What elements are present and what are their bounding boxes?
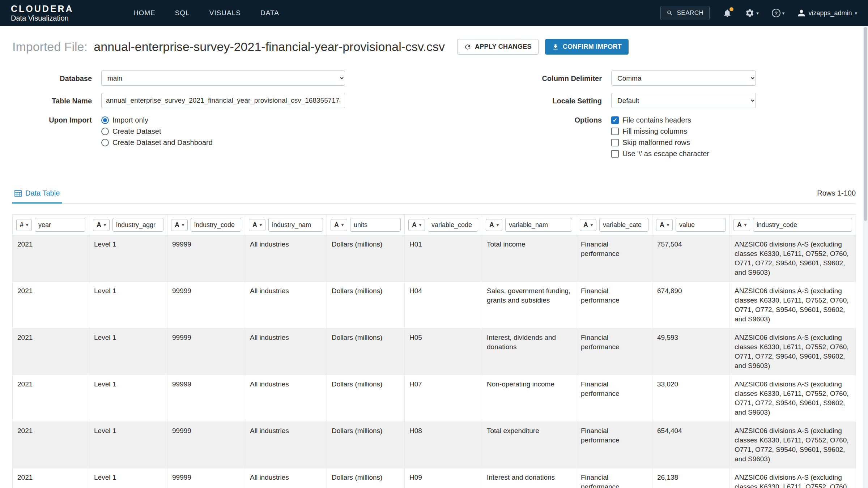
chevron-down-icon: ▾ [182, 222, 184, 227]
column-name-input[interactable] [753, 218, 852, 232]
column-name-input[interactable] [112, 218, 163, 232]
column-delimiter-select[interactable]: Comma [611, 70, 756, 86]
upon-import-label: Upon Import [12, 115, 92, 124]
nav-item-data[interactable]: DATA [260, 9, 279, 17]
column-type-button[interactable]: A ▾ [733, 219, 750, 231]
column-type-button[interactable]: A ▾ [486, 219, 502, 231]
table-cell: Non-operating income [482, 375, 576, 422]
options-label: Options [511, 115, 602, 124]
table-cell: 2021 [13, 282, 89, 329]
apply-changes-button[interactable]: APPLY CHANGES [457, 39, 539, 55]
table-cell: Level 1 [89, 375, 167, 422]
table-cell: 654,404 [652, 422, 730, 468]
column-type-button[interactable]: A ▾ [331, 219, 347, 231]
table-name-input[interactable] [101, 93, 345, 108]
column-header: A ▾ [482, 215, 576, 235]
table-cell: ANZSIC06 divisions A-S (excluding classe… [730, 282, 856, 329]
checkbox-icon [611, 116, 619, 124]
search-button[interactable]: SEARCH [660, 6, 710, 20]
column-header: A ▾ [652, 215, 730, 235]
import-settings-form: Database main Table Name Upon Import Imp… [12, 70, 856, 165]
table-cell: All industries [245, 235, 327, 282]
table-cell: 33,020 [652, 375, 730, 422]
checkbox-escape-character[interactable]: Use '\' as escape character [611, 150, 709, 158]
chevron-down-icon: ▾ [744, 222, 746, 227]
radio-import-only[interactable]: Import only [101, 116, 213, 124]
column-name-input[interactable] [505, 218, 572, 232]
page-title: Imported File: annual-enterprise-survey-… [12, 40, 445, 54]
column-type-button[interactable]: A ▾ [171, 219, 188, 231]
table-cell: Interest and donations [482, 468, 576, 488]
checkbox-fill-missing-columns[interactable]: Fill missing columns [611, 127, 709, 136]
table-cell: 2021 [13, 235, 89, 282]
table-grid-icon [14, 190, 22, 197]
checkbox-skip-malformed-rows[interactable]: Skip malformed rows [611, 138, 709, 147]
radio-create-dataset-dashboard[interactable]: Create Dataset and Dashboard [101, 138, 213, 147]
table-cell: 26,138 [652, 468, 730, 488]
nav-item-visuals[interactable]: VISUALS [209, 9, 241, 17]
table-cell: ANZSIC06 divisions A-S (excluding classe… [730, 468, 856, 488]
column-header: A ▾ [327, 215, 405, 235]
checkbox-icon [611, 128, 619, 135]
tab-data-table-label: Data Table [25, 189, 60, 197]
column-type-button[interactable]: A ▾ [93, 219, 110, 231]
chevron-down-icon: ▾ [260, 222, 262, 227]
column-header: # ▾ [13, 215, 89, 235]
table-row: 2021Level 199999All industriesDollars (m… [13, 468, 856, 488]
table-cell: H08 [405, 422, 482, 468]
table-cell: H07 [405, 375, 482, 422]
download-icon [552, 43, 559, 51]
settings-menu[interactable]: ▾ [745, 8, 759, 18]
chevron-down-icon: ▾ [26, 222, 28, 227]
table-cell: 49,593 [652, 329, 730, 375]
table-cell: Total income [482, 235, 576, 282]
user-menu[interactable]: vizapps_admin ▾ [797, 9, 857, 17]
column-type-button[interactable]: A ▾ [580, 219, 596, 231]
column-name-input[interactable] [599, 218, 648, 232]
column-name-input[interactable] [428, 218, 478, 232]
brand-name: CLOUDERA [11, 4, 74, 14]
column-type-button[interactable]: A ▾ [656, 219, 673, 231]
column-header: A ▾ [89, 215, 167, 235]
column-name-input[interactable] [676, 218, 726, 232]
table-cell: 99999 [167, 468, 245, 488]
database-select[interactable]: main [101, 70, 345, 86]
search-button-label: SEARCH [677, 9, 703, 17]
notifications-button[interactable] [723, 8, 732, 18]
column-name-input[interactable] [268, 218, 323, 232]
confirm-import-button[interactable]: CONFIRM IMPORT [545, 39, 629, 55]
brand-subtitle: Data Visualization [11, 14, 74, 22]
table-cell: ANZSIC06 divisions A-S (excluding classe… [730, 329, 856, 375]
top-navbar: CLOUDERA Data Visualization HOME SQL VIS… [0, 0, 868, 26]
column-header: A ▾ [245, 215, 327, 235]
column-type-button[interactable]: # ▾ [16, 219, 32, 231]
table-cell: All industries [245, 422, 327, 468]
help-menu[interactable]: ? ▾ [772, 9, 785, 17]
search-icon [667, 10, 673, 16]
cloudera-logo[interactable]: CLOUDERA Data Visualization [11, 4, 74, 22]
navbar-right: SEARCH ▾ ? ▾ vizapps_admin ▾ [660, 6, 857, 20]
table-row: 2021Level 199999All industriesDollars (m… [13, 375, 856, 422]
chevron-down-icon: ▾ [667, 222, 669, 227]
chevron-down-icon: ▾ [419, 222, 421, 227]
table-cell: H09 [405, 468, 482, 488]
vertical-scrollbar[interactable] [863, 26, 868, 488]
table-cell: 99999 [167, 329, 245, 375]
column-name-input[interactable] [191, 218, 241, 232]
radio-icon [101, 116, 109, 124]
nav-item-sql[interactable]: SQL [175, 9, 190, 17]
nav-item-home[interactable]: HOME [133, 9, 156, 17]
locale-setting-select[interactable]: Default [611, 93, 756, 108]
radio-create-dataset[interactable]: Create Dataset [101, 127, 213, 136]
rows-info: Rows 1-100 [817, 189, 856, 203]
column-type-button[interactable]: A ▾ [408, 219, 425, 231]
radio-label: Create Dataset and Dashboard [112, 138, 213, 147]
checkbox-file-contains-headers[interactable]: File contains headers [611, 116, 709, 124]
upon-import-radio-group: Import only Create Dataset Create Datase… [101, 115, 213, 147]
column-name-input[interactable] [350, 218, 401, 232]
scrollbar-thumb[interactable] [864, 27, 867, 221]
table-cell: 757,504 [652, 235, 730, 282]
tab-data-table[interactable]: Data Table [12, 185, 62, 204]
column-name-input[interactable] [35, 218, 85, 232]
column-type-button[interactable]: A ▾ [249, 219, 265, 231]
